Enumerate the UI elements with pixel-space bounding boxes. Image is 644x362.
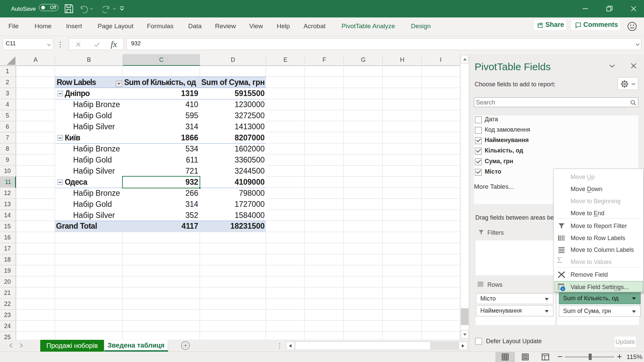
svg-text:i: i [562,287,563,291]
